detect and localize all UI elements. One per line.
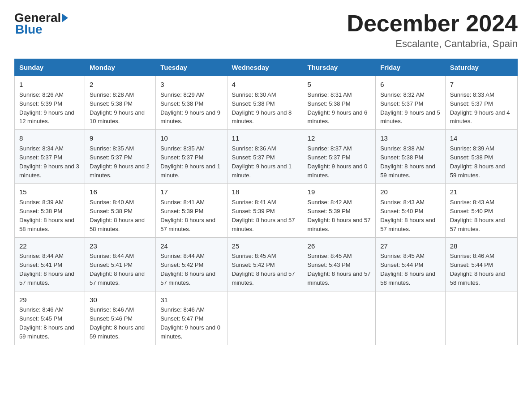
day-number: 23 xyxy=(90,241,151,251)
day-number: 7 xyxy=(450,80,513,90)
calendar-table: Sunday Monday Tuesday Wednesday Thursday… xyxy=(14,59,518,345)
day-info: Sunrise: 8:44 AMSunset: 5:42 PMDaylight:… xyxy=(160,253,215,286)
day-number: 10 xyxy=(160,133,222,143)
day-number: 16 xyxy=(90,187,151,197)
day-number: 5 xyxy=(308,80,371,90)
table-row: 22Sunrise: 8:44 AMSunset: 5:41 PMDayligh… xyxy=(15,237,85,291)
day-number: 30 xyxy=(90,295,151,305)
day-number: 8 xyxy=(19,133,80,143)
day-info: Sunrise: 8:30 AMSunset: 5:38 PMDaylight:… xyxy=(232,91,292,125)
day-info: Sunrise: 8:39 AMSunset: 5:38 PMDaylight:… xyxy=(450,145,505,179)
day-info: Sunrise: 8:43 AMSunset: 5:40 PMDaylight:… xyxy=(380,199,435,232)
day-info: Sunrise: 8:37 AMSunset: 5:37 PMDaylight:… xyxy=(308,145,368,179)
col-tuesday: Tuesday xyxy=(156,59,227,76)
day-info: Sunrise: 8:34 AMSunset: 5:37 PMDaylight:… xyxy=(19,145,79,179)
day-number: 25 xyxy=(232,241,298,251)
calendar-week-row: 1Sunrise: 8:26 AMSunset: 5:39 PMDaylight… xyxy=(15,76,518,130)
table-row: 8Sunrise: 8:34 AMSunset: 5:37 PMDaylight… xyxy=(15,130,85,184)
day-info: Sunrise: 8:42 AMSunset: 5:39 PMDaylight:… xyxy=(308,199,371,232)
table-row: 19Sunrise: 8:42 AMSunset: 5:39 PMDayligh… xyxy=(303,184,376,237)
table-row: 25Sunrise: 8:45 AMSunset: 5:42 PMDayligh… xyxy=(227,237,303,291)
col-saturday: Saturday xyxy=(445,59,517,76)
table-row: 4Sunrise: 8:30 AMSunset: 5:38 PMDaylight… xyxy=(227,76,303,130)
logo: General Blue xyxy=(14,11,68,37)
day-info: Sunrise: 8:43 AMSunset: 5:40 PMDaylight:… xyxy=(450,199,505,232)
title-area: December 2024 Escalante, Cantabria, Spai… xyxy=(347,11,518,50)
table-row: 27Sunrise: 8:45 AMSunset: 5:44 PMDayligh… xyxy=(376,237,446,291)
table-row xyxy=(227,291,303,345)
location-title: Escalante, Cantabria, Spain xyxy=(347,38,518,50)
day-number: 14 xyxy=(450,133,513,143)
day-number: 6 xyxy=(380,80,441,90)
table-row: 10Sunrise: 8:35 AMSunset: 5:37 PMDayligh… xyxy=(156,130,227,184)
day-info: Sunrise: 8:31 AMSunset: 5:38 PMDaylight:… xyxy=(308,91,368,125)
day-info: Sunrise: 8:44 AMSunset: 5:41 PMDaylight:… xyxy=(90,253,145,286)
col-sunday: Sunday xyxy=(15,59,85,76)
day-info: Sunrise: 8:36 AMSunset: 5:37 PMDaylight:… xyxy=(232,145,292,179)
table-row: 9Sunrise: 8:35 AMSunset: 5:37 PMDaylight… xyxy=(85,130,156,184)
day-info: Sunrise: 8:41 AMSunset: 5:39 PMDaylight:… xyxy=(232,199,295,232)
table-row: 2Sunrise: 8:28 AMSunset: 5:38 PMDaylight… xyxy=(85,76,156,130)
day-info: Sunrise: 8:26 AMSunset: 5:39 PMDaylight:… xyxy=(19,91,74,125)
table-row: 14Sunrise: 8:39 AMSunset: 5:38 PMDayligh… xyxy=(445,130,517,184)
day-info: Sunrise: 8:44 AMSunset: 5:41 PMDaylight:… xyxy=(19,253,74,286)
day-number: 13 xyxy=(380,133,441,143)
table-row: 31Sunrise: 8:46 AMSunset: 5:47 PMDayligh… xyxy=(156,291,227,345)
day-info: Sunrise: 8:41 AMSunset: 5:39 PMDaylight:… xyxy=(160,199,215,232)
table-row: 23Sunrise: 8:44 AMSunset: 5:41 PMDayligh… xyxy=(85,237,156,291)
day-number: 9 xyxy=(90,133,151,143)
col-wednesday: Wednesday xyxy=(227,59,303,76)
col-thursday: Thursday xyxy=(303,59,376,76)
day-number: 2 xyxy=(90,80,151,90)
day-info: Sunrise: 8:45 AMSunset: 5:43 PMDaylight:… xyxy=(308,253,371,286)
day-info: Sunrise: 8:35 AMSunset: 5:37 PMDaylight:… xyxy=(90,145,150,179)
day-info: Sunrise: 8:46 AMSunset: 5:44 PMDaylight:… xyxy=(450,253,505,286)
day-info: Sunrise: 8:46 AMSunset: 5:45 PMDaylight:… xyxy=(19,306,74,340)
table-row: 29Sunrise: 8:46 AMSunset: 5:45 PMDayligh… xyxy=(15,291,85,345)
day-number: 1 xyxy=(19,80,80,90)
day-number: 18 xyxy=(232,187,298,197)
day-info: Sunrise: 8:40 AMSunset: 5:38 PMDaylight:… xyxy=(90,199,145,232)
day-info: Sunrise: 8:28 AMSunset: 5:38 PMDaylight:… xyxy=(90,91,145,125)
table-row: 21Sunrise: 8:43 AMSunset: 5:40 PMDayligh… xyxy=(445,184,517,237)
day-number: 24 xyxy=(160,241,222,251)
day-number: 29 xyxy=(19,295,80,305)
day-info: Sunrise: 8:35 AMSunset: 5:37 PMDaylight:… xyxy=(160,145,220,179)
day-number: 22 xyxy=(19,241,80,251)
day-info: Sunrise: 8:32 AMSunset: 5:37 PMDaylight:… xyxy=(380,91,440,125)
table-row: 3Sunrise: 8:29 AMSunset: 5:38 PMDaylight… xyxy=(156,76,227,130)
table-row: 26Sunrise: 8:45 AMSunset: 5:43 PMDayligh… xyxy=(303,237,376,291)
table-row xyxy=(303,291,376,345)
calendar-header-row: Sunday Monday Tuesday Wednesday Thursday… xyxy=(15,59,518,76)
calendar-week-row: 15Sunrise: 8:39 AMSunset: 5:38 PMDayligh… xyxy=(15,184,518,237)
day-number: 11 xyxy=(232,133,298,143)
day-number: 28 xyxy=(450,241,513,251)
day-number: 3 xyxy=(160,80,222,90)
day-info: Sunrise: 8:46 AMSunset: 5:47 PMDaylight:… xyxy=(160,306,220,340)
calendar-week-row: 8Sunrise: 8:34 AMSunset: 5:37 PMDaylight… xyxy=(15,130,518,184)
table-row: 6Sunrise: 8:32 AMSunset: 5:37 PMDaylight… xyxy=(376,76,446,130)
table-row: 15Sunrise: 8:39 AMSunset: 5:38 PMDayligh… xyxy=(15,184,85,237)
table-row: 11Sunrise: 8:36 AMSunset: 5:37 PMDayligh… xyxy=(227,130,303,184)
header: General Blue December 2024 Escalante, Ca… xyxy=(14,11,518,50)
table-row: 20Sunrise: 8:43 AMSunset: 5:40 PMDayligh… xyxy=(376,184,446,237)
day-number: 27 xyxy=(380,241,441,251)
day-number: 20 xyxy=(380,187,441,197)
table-row: 30Sunrise: 8:46 AMSunset: 5:46 PMDayligh… xyxy=(85,291,156,345)
day-info: Sunrise: 8:45 AMSunset: 5:42 PMDaylight:… xyxy=(232,253,295,286)
day-number: 15 xyxy=(19,187,80,197)
day-info: Sunrise: 8:45 AMSunset: 5:44 PMDaylight:… xyxy=(380,253,435,286)
day-number: 4 xyxy=(232,80,298,90)
day-info: Sunrise: 8:39 AMSunset: 5:38 PMDaylight:… xyxy=(19,199,74,232)
table-row: 28Sunrise: 8:46 AMSunset: 5:44 PMDayligh… xyxy=(445,237,517,291)
day-info: Sunrise: 8:38 AMSunset: 5:38 PMDaylight:… xyxy=(380,145,435,179)
day-info: Sunrise: 8:33 AMSunset: 5:37 PMDaylight:… xyxy=(450,91,510,125)
table-row: 12Sunrise: 8:37 AMSunset: 5:37 PMDayligh… xyxy=(303,130,376,184)
logo-arrow-icon xyxy=(62,13,68,22)
calendar-week-row: 29Sunrise: 8:46 AMSunset: 5:45 PMDayligh… xyxy=(15,291,518,345)
col-friday: Friday xyxy=(376,59,446,76)
table-row: 16Sunrise: 8:40 AMSunset: 5:38 PMDayligh… xyxy=(85,184,156,237)
day-number: 21 xyxy=(450,187,513,197)
day-info: Sunrise: 8:29 AMSunset: 5:38 PMDaylight:… xyxy=(160,91,220,125)
month-title: December 2024 xyxy=(347,11,518,36)
